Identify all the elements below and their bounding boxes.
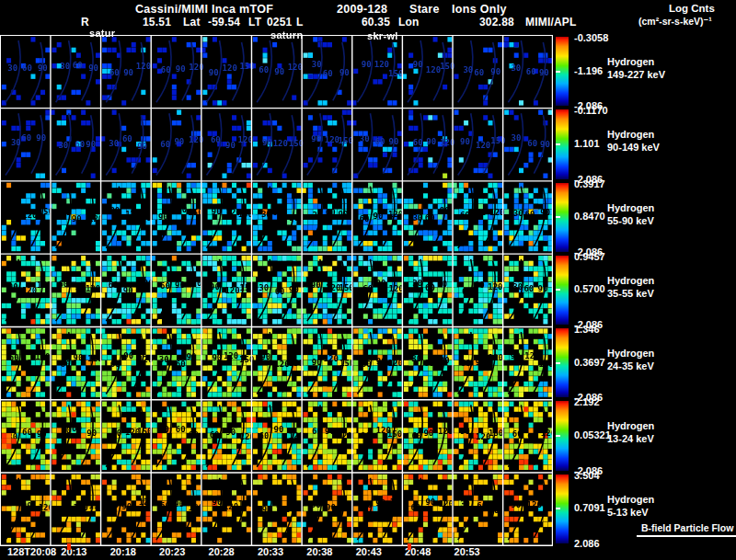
colorbar [556,183,569,252]
colorbar-max-value: -0.3058 [574,32,608,43]
ephem-r-value: 15.51 [143,16,171,29]
time-tick-label: 20:33 [258,546,283,557]
colorbar-mid-value: -1.196 [574,65,603,76]
channel-label: Hydrogen 5-13 keV [607,493,654,519]
time-tick-label: 128T20:08 [7,546,56,557]
colorbar-mid-tick [556,143,560,145]
time-tick-label: 20:23 [159,546,185,557]
energy-panel-side: 1.346 0.3697 -2.086 Hydrogen 24-35 keV [556,328,736,397]
colorbar-mid-tick [556,362,560,364]
colorbar-mid-tick [556,508,560,509]
cassini-mimi-inca-display: Cassini/MIMI Inca mTOF 2009-128 Stare Io… [0,0,736,560]
time-tick-label: 20:43 [356,546,382,557]
channel-label: Hydrogen 35-55 keV [607,274,654,300]
channel-species: Hydrogen [607,201,654,214]
colorbar [556,256,569,325]
channel-energy-range: 90-149 keV [607,141,660,154]
event-label: skr-wl [367,30,398,41]
colorbar-min-value: 2.086 [574,538,600,549]
channel-energy-range: 35-55 keV [607,287,654,300]
title-instrument: Cassini/MIMI Inca mTOF [135,3,273,16]
colorbar-max-value: 3.504 [574,470,600,481]
ephem-lat-label: Lat [183,16,201,29]
time-tick-label: 20:13 [61,546,86,557]
colorbar-mid-tick [556,435,560,437]
energy-panel-side: 0.9457 0.5700 -2.086 Hydrogen 35-55 keV [556,256,736,325]
channel-label: Hydrogen 24-35 keV [607,347,654,372]
legend-title: Log Cnts [669,3,715,14]
channel-species: Hydrogen [607,55,665,68]
colorbar [556,37,569,106]
energy-panel-side: 2.192 0.05321 -2.086 Hydrogen 13-24 keV [556,401,736,470]
colorbar-max-value: 1.346 [574,324,600,335]
channel-energy-range: 55-90 keV [607,214,654,227]
ephem-lon-label: Lon [398,16,420,29]
spectrogram-grid [0,35,553,546]
ephem-l-value: 60.35 [362,16,390,29]
colorbar-mid-tick [556,71,560,73]
ephem-r-label: R [81,16,89,29]
colorbar-max-value: -0.1170 [574,105,608,116]
colorbar [556,401,569,470]
energy-panel-side: -0.3058 -1.196 -2.086 Hydrogen 149-227 k… [556,37,736,106]
ephem-lt-value: 0251 [267,16,293,29]
channel-label: Hydrogen 149-227 keV [607,55,665,81]
channel-species: Hydrogen [607,128,660,141]
colorbar-max-value: 2.192 [574,396,600,407]
colorbar-mid-tick [556,216,560,218]
colorbar-mid-tick [556,289,560,291]
colorbar [556,328,569,397]
colorbar-mid-value: 0.7091 [574,502,605,513]
legend-units: (cm²-sr-s-keV)⁻¹ [638,16,712,27]
title-species-filter: Ions Only [452,3,507,16]
colorbar [556,109,569,178]
axis-flag-mark [67,543,71,550]
ephem-lat-value: -59.54 [208,16,240,29]
colorbar-max-value: 0.3917 [574,178,605,189]
bfield-underline [637,535,736,537]
ephem-lon-value: 302.88 [479,16,514,29]
time-tick-label: 20:53 [454,546,480,557]
channel-species: Hydrogen [607,347,654,360]
channel-species: Hydrogen [607,274,654,287]
colorbar-mid-value: 1.101 [574,138,600,149]
colorbar-mid-value: 0.8470 [574,211,605,222]
energy-panel-side: 0.3917 0.8470 -2.086 Hydrogen 55-90 keV [556,183,736,252]
ephem-lt-label: LT [248,16,261,29]
colorbar-mid-value: 0.3697 [574,357,605,368]
ephem-l-label: L [296,16,304,29]
channel-label: Hydrogen 55-90 keV [607,201,654,227]
event-label: saturn [270,29,303,40]
time-tick-label: 20:18 [110,546,136,557]
title-mode: Stare [409,3,440,16]
channel-energy-range: 5-13 keV [607,506,654,519]
channel-label: Hydrogen 90-149 keV [607,128,660,154]
title-date: 2009-128 [337,3,387,16]
channel-energy-range: 149-227 keV [607,68,665,81]
colorbar [556,474,569,543]
ephem-credit: MIMI/APL [525,16,577,29]
axis-flag-mark [408,543,411,550]
colorbar-mid-value: 0.5700 [574,283,605,294]
colorbar-max-value: 0.9457 [574,251,605,262]
channel-species: Hydrogen [607,419,654,432]
event-label: satur [89,28,115,39]
channel-energy-range: 13-24 keV [607,432,654,445]
bfield-flow-label: B-field Particle Flow [641,522,733,533]
channel-energy-range: 24-35 keV [607,360,654,372]
time-tick-label: 20:38 [306,546,332,557]
colorbar-mid-value: 0.05321 [574,429,611,440]
channel-label: Hydrogen 13-24 keV [607,419,654,445]
channel-species: Hydrogen [607,493,654,506]
time-tick-label: 20:28 [209,546,235,557]
energy-panel-side: -0.1170 1.101 -2.086 Hydrogen 90-149 keV [556,109,736,178]
